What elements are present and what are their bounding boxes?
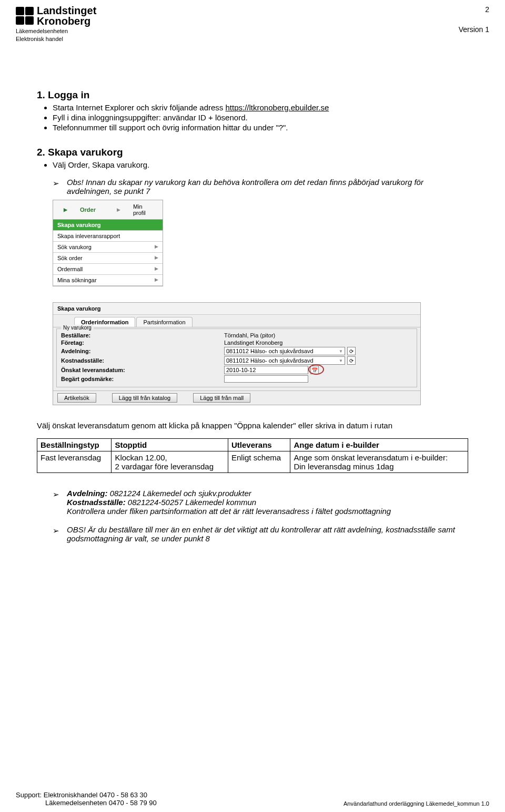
th-bestallningstyp: Beställningstyp (37, 439, 112, 451)
menu-top-profile[interactable]: ▶Min profil (106, 200, 163, 219)
highlight-circle-icon (308, 364, 324, 375)
refresh-icon[interactable]: ⟳ (347, 356, 356, 365)
combo-avdelning[interactable]: 0811012 Hälso- och sjukvårdsavd ▼ (224, 347, 345, 355)
menu-item-label: Sök varukorg (57, 244, 92, 250)
chevron-right-icon: ▶ (155, 277, 158, 283)
combo-kostnad-value: 0811012 Hälso- och sjukvårdsavd (226, 357, 314, 364)
para-after-form: Välj önskat leveransdatum genom att klic… (37, 421, 468, 430)
section2-note: Obs! Innan du skapar ny varukorg kan du … (67, 178, 468, 196)
logo-line1: Landstinget (37, 5, 96, 16)
button-lagg-katalog[interactable]: Lägg till från katalog (112, 393, 177, 403)
footer-left-line1: Support: Elektroniskhandel 0470 - 58 63 … (16, 791, 157, 799)
th-utleverans: Utleverans (228, 439, 290, 451)
list-item: Välj Order, Skapa varukorg. (53, 160, 468, 169)
section1-bullets: Starta Internet Explorer och skriv följa… (53, 103, 468, 132)
fieldset-legend: Ny varukorg (61, 325, 94, 331)
list-item: Starta Internet Explorer och skriv följa… (53, 103, 468, 112)
menu-item[interactable]: Sök order▶ (53, 253, 163, 264)
table-cell: Ange som önskat leveransdatum i e-builde… (290, 451, 468, 473)
note-avdelning: Avdelning: 0821224 Läkemedel och sjukv.p… (67, 489, 391, 516)
value-foretag: Landstinget Kronoberg (224, 340, 282, 346)
arrow-icon: ➢ (53, 525, 59, 543)
footer-right: Användarlathund orderläggning Läkemedel_… (344, 800, 489, 807)
menu-item[interactable]: Skapa varukorg (53, 220, 163, 231)
chevron-right-icon: ▶ (155, 266, 158, 272)
tab-partsinfo[interactable]: Partsinformation (136, 317, 192, 327)
menu-item-label: Mina sökningar (57, 277, 97, 283)
table-row: Fast leveransdagKlockan 12.00,2 vardagar… (37, 451, 468, 473)
bullet-text: Starta Internet Explorer och skriv följa… (53, 103, 226, 112)
combo-avdelning-value: 0811012 Hälso- och sjukvårdsavd (226, 348, 314, 354)
delivery-table: Beställningstyp Stopptid Utleverans Ange… (37, 438, 468, 473)
menu-item[interactable]: Mina sökningar▶ (53, 275, 163, 286)
footer-left-line2: Läkemedelsenheten 0470 - 58 79 90 (45, 799, 157, 807)
table-cell: Fast leveransdag (37, 451, 112, 473)
section2-bullets: Välj Order, Skapa varukorg. (53, 160, 468, 169)
th-stopptid: Stopptid (112, 439, 228, 451)
chevron-down-icon: ▼ (337, 358, 343, 363)
arrow-icon: ➢ (53, 178, 59, 196)
label-kostnad: Kostnadsställe: (61, 357, 224, 364)
refresh-icon[interactable]: ⟳ (347, 347, 356, 355)
label-avdelning: Avdelning: (61, 348, 224, 354)
footer-left: Support: Elektroniskhandel 0470 - 58 63 … (16, 791, 157, 807)
input-levdatum[interactable]: 2010-10-12 (224, 366, 308, 374)
logo-icon (16, 7, 34, 25)
input-godsmarke[interactable] (224, 375, 308, 383)
combo-kostnad[interactable]: 0811012 Hälso- och sjukvårdsavd ▼ (224, 356, 345, 365)
section2-title: 2. Skapa varukorg (37, 147, 468, 158)
chevron-right-icon: ▶ (155, 244, 158, 250)
logo-line2: Kronoberg (37, 16, 96, 26)
logo-sub1: Läkemedelsenheten (16, 28, 96, 34)
order-menu-screenshot: ▶Order ▶Min profil Skapa varukorgSkapa i… (53, 200, 163, 286)
table-cell: Enligt schema (228, 451, 290, 473)
version-label: Version 1 (459, 25, 489, 34)
login-url-link[interactable]: https://ltkronoberg.ebuilder.se (226, 103, 329, 112)
logo-block: Landstinget Kronoberg Läkemedelsenheten … (16, 5, 96, 42)
section1-title: 1. Logga in (37, 89, 468, 101)
list-item: Telefonnummer till support och övrig inf… (53, 123, 468, 132)
menu-item[interactable]: Skapa inleveransrapport (53, 231, 163, 242)
form-title: Skapa varukorg (53, 303, 420, 315)
table-cell: Klockan 12.00,2 vardagar före leveransda… (112, 451, 228, 473)
chevron-right-icon: ▶ (155, 255, 158, 261)
note-obs: OBS! Är du beställare till mer än en enh… (67, 525, 468, 543)
triangle-icon: ▶ (58, 205, 73, 214)
label-levdatum: Önskat leveransdatum: (61, 367, 224, 373)
menu-item-label: Ordermall (57, 266, 83, 272)
menu-top-order[interactable]: ▶Order (53, 200, 106, 219)
th-ange-datum: Ange datum i e-builder (290, 439, 468, 451)
page-number: 2 (459, 5, 489, 14)
list-item: Fyll i dina inloggningsuppgifter: använd… (53, 113, 468, 122)
button-lagg-mall[interactable]: Lägg till från mall (193, 393, 250, 403)
label-godsmarke: Begärt godsmärke: (61, 376, 224, 382)
menu-item[interactable]: Ordermall▶ (53, 264, 163, 275)
create-cart-form-screenshot: Skapa varukorg Orderinformation Partsinf… (53, 302, 421, 405)
button-artikelsok[interactable]: Artikelsök (57, 393, 96, 403)
label-foretag: Företag: (61, 340, 224, 346)
triangle-icon: ▶ (112, 205, 126, 214)
menu-item-label: Skapa inleveransrapport (57, 233, 120, 239)
arrow-icon: ➢ (53, 489, 59, 516)
menu-item-label: Skapa varukorg (57, 222, 101, 228)
menu-item-label: Sök order (57, 255, 83, 261)
chevron-down-icon: ▼ (337, 349, 343, 354)
label-bestallare: Beställare: (61, 332, 224, 338)
menu-item[interactable]: Sök varukorg▶ (53, 242, 163, 253)
value-bestallare: Törndahl, Pia (pitor) (224, 332, 275, 338)
logo-sub2: Elektronisk handel (16, 36, 96, 42)
